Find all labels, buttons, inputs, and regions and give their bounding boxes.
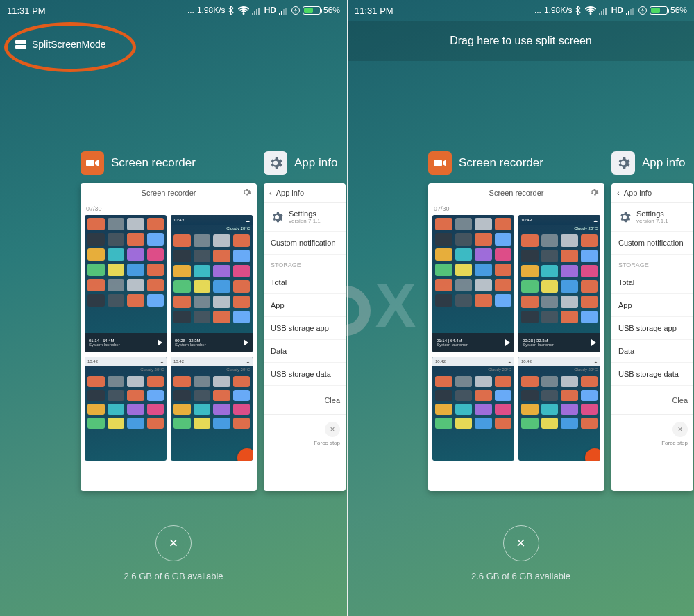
thumb-playbar: 01:14 | 64.4MSystem launcher bbox=[85, 333, 167, 352]
recorder-date: 07/30 bbox=[428, 203, 604, 215]
recorder-card[interactable]: Screen recorder 07/30 01:14 | 64.4MSyste… bbox=[428, 183, 604, 491]
recents-footer: × 2.6 GB of 6 GB available bbox=[348, 525, 694, 581]
recorder-card-title: Screen recorder bbox=[489, 189, 544, 197]
settings-version: version 7.1.1 bbox=[636, 218, 668, 224]
recents-card-appinfo-col: App info ‹ App info Settings version 7.1… bbox=[264, 151, 346, 491]
force-stop-x-icon[interactable]: × bbox=[672, 422, 688, 437]
signal2-icon bbox=[279, 6, 289, 15]
recording-thumb-2[interactable]: 10:43☁ Cloudy 20°C 00:28 | 32.3MSystem l… bbox=[518, 215, 600, 352]
recorder-title: Screen recorder bbox=[111, 156, 196, 170]
recording-thumb-4[interactable]: 10:42☁ Cloudy 20°C bbox=[171, 357, 253, 461]
recording-thumb-1[interactable]: 01:14 | 64.4MSystem launcher bbox=[432, 215, 514, 352]
status-right: ... 1.98K/s HD 56% bbox=[187, 6, 340, 15]
play-icon[interactable] bbox=[244, 339, 248, 346]
clear-button[interactable]: Clea bbox=[611, 386, 693, 415]
signal-icon bbox=[252, 6, 262, 15]
force-stop-x-icon[interactable]: × bbox=[325, 422, 340, 437]
total-row[interactable]: Total bbox=[264, 271, 346, 294]
clear-button[interactable]: Clea bbox=[264, 386, 346, 415]
memory-available: 2.6 GB of 6 GB available bbox=[471, 571, 570, 581]
status-right: ... 1.98K/s HD 56% bbox=[534, 6, 687, 15]
total-row[interactable]: Total bbox=[611, 271, 693, 294]
recents-area: Screen recorder Screen recorder 07/30 bbox=[81, 151, 347, 491]
battery-pct: 56% bbox=[323, 6, 340, 15]
recents-footer: × 2.6 GB of 6 GB available bbox=[0, 525, 347, 581]
svg-rect-1 bbox=[86, 160, 94, 166]
play-icon[interactable] bbox=[591, 339, 596, 346]
battery-pct: 56% bbox=[670, 6, 687, 15]
data-row[interactable]: Data bbox=[264, 340, 346, 363]
storage-section-header: STORAGE bbox=[611, 255, 693, 271]
data-row[interactable]: Data bbox=[611, 340, 693, 363]
signal-icon bbox=[599, 6, 609, 15]
wifi-icon bbox=[238, 6, 249, 15]
signal2-icon bbox=[626, 6, 636, 15]
app-row[interactable]: App bbox=[611, 294, 693, 317]
status-time: 11:31 PM bbox=[355, 6, 393, 16]
flash-icon bbox=[291, 6, 300, 15]
thumb-app-grid bbox=[85, 215, 167, 309]
record-fab[interactable] bbox=[237, 448, 253, 461]
force-stop-area: × Force stop bbox=[264, 415, 346, 446]
recents-header-appinfo[interactable]: App info bbox=[611, 151, 693, 175]
recents-header-recorder[interactable]: Screen recorder bbox=[428, 151, 604, 175]
recents-header-recorder[interactable]: Screen recorder bbox=[81, 151, 257, 175]
close-all-button[interactable]: × bbox=[503, 525, 539, 561]
status-bar: 11:31 PM ... 1.98K/s HD 56% bbox=[348, 0, 694, 21]
gear-icon bbox=[271, 211, 283, 223]
status-bar: 11:31 PM ... 1.98K/s HD 56% bbox=[0, 0, 347, 21]
recorder-thumbs: 01:14 | 64.4MSystem launcher 10:42☁ Clou… bbox=[81, 215, 257, 461]
usb-storage-app-row[interactable]: USB storage app bbox=[611, 317, 693, 340]
recording-thumb-3[interactable]: 10:42☁ Cloudy 20°C bbox=[432, 357, 514, 461]
usb-storage-app-row[interactable]: USB storage app bbox=[264, 317, 346, 340]
recorder-settings-icon[interactable] bbox=[589, 187, 599, 197]
force-stop-label: Force stop bbox=[661, 440, 688, 446]
gear-icon bbox=[618, 211, 631, 223]
record-fab[interactable] bbox=[585, 448, 600, 461]
appinfo-settings-row[interactable]: Settings version 7.1.1 bbox=[264, 203, 346, 232]
settings-app-icon bbox=[611, 151, 635, 175]
wifi-icon bbox=[585, 6, 596, 15]
split-screen-mode-button[interactable]: SplitScreenMode bbox=[15, 39, 106, 50]
recording-thumb-2[interactable]: 10:43☁ Cloudy 20°C 00:28 | 32.3MSystem l… bbox=[171, 215, 253, 352]
recording-thumb-1[interactable]: 01:14 | 64.4MSystem launcher bbox=[85, 215, 167, 352]
appinfo-back-row[interactable]: ‹ App info bbox=[264, 183, 346, 203]
recording-thumb-4[interactable]: 10:42☁ Cloudy 20°C bbox=[518, 357, 600, 461]
appinfo-back-label: App info bbox=[276, 189, 304, 197]
usb-storage-data-row[interactable]: USB storage data bbox=[611, 363, 693, 386]
split-bars-icon bbox=[15, 39, 26, 50]
svg-rect-3 bbox=[434, 160, 442, 166]
appinfo-card[interactable]: ‹ App info Settings version 7.1.1 Custom… bbox=[264, 183, 346, 491]
usb-storage-data-row[interactable]: USB storage data bbox=[264, 363, 346, 386]
recording-thumb-3[interactable]: 10:42☁ Cloudy 20°C bbox=[85, 357, 167, 461]
close-all-button[interactable]: × bbox=[155, 525, 192, 561]
appinfo-back-row[interactable]: ‹App info bbox=[611, 183, 693, 203]
app-row[interactable]: App bbox=[264, 294, 346, 317]
recorder-settings-icon[interactable] bbox=[242, 187, 251, 197]
play-icon[interactable] bbox=[158, 339, 162, 346]
play-icon[interactable] bbox=[505, 339, 510, 346]
appinfo-card[interactable]: ‹App info Settingsversion 7.1.1 Custom n… bbox=[611, 183, 693, 491]
recorder-app-icon bbox=[81, 151, 104, 175]
recents-card-recorder-col: Screen recorder Screen recorder 07/30 bbox=[81, 151, 257, 491]
recorder-date: 07/30 bbox=[81, 203, 257, 215]
recorder-card-title: Screen recorder bbox=[142, 189, 196, 197]
split-label: SplitScreenMode bbox=[32, 39, 106, 50]
status-speed: 1.98K/s bbox=[197, 6, 226, 15]
recorder-card[interactable]: Screen recorder 07/30 01:14 | 64.4MSyste… bbox=[81, 183, 257, 491]
settings-name: Settings bbox=[636, 209, 668, 218]
drag-split-banner[interactable]: Drag here to use split screen bbox=[348, 21, 694, 61]
custom-notification-row[interactable]: Custom notification bbox=[611, 232, 693, 255]
recents-header-appinfo[interactable]: App info bbox=[264, 151, 346, 175]
drag-label: Drag here to use split screen bbox=[450, 35, 592, 47]
flash-icon bbox=[638, 6, 647, 15]
back-icon[interactable]: ‹ bbox=[617, 189, 620, 197]
status-speed: 1.98K/s bbox=[544, 6, 573, 15]
appinfo-settings-row[interactable]: Settingsversion 7.1.1 bbox=[611, 203, 693, 232]
custom-notification-row[interactable]: Custom notification bbox=[264, 232, 346, 255]
appinfo-title: App info bbox=[642, 156, 685, 170]
back-icon[interactable]: ‹ bbox=[269, 189, 272, 197]
settings-version: version 7.1.1 bbox=[289, 218, 321, 224]
appinfo-back-label: App info bbox=[624, 189, 652, 197]
storage-section-header: STORAGE bbox=[264, 255, 346, 271]
